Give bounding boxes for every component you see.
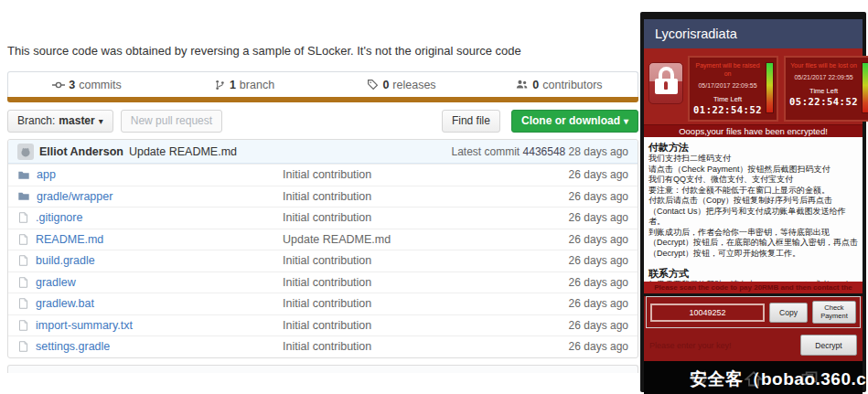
file-link[interactable]: gradlew.bat	[36, 297, 94, 310]
github-repo-page: This source code was obtained by reversi…	[7, 0, 638, 394]
branch-icon	[214, 79, 226, 91]
table-row: build.gradle Initial contribution 26 day…	[8, 250, 638, 272]
payment-deadline: 05/17/2017 22:09:55	[693, 82, 762, 89]
countdown-gauge	[862, 62, 868, 113]
file-commit-message[interactable]: Initial contribution	[283, 319, 528, 332]
file-commit-message[interactable]: Initial contribution	[283, 211, 528, 224]
stat-branches-label: branch	[240, 79, 274, 91]
decrypt-button[interactable]: Decrypt	[800, 335, 857, 356]
readme-section-top	[7, 365, 638, 373]
commit-age: 28 days ago	[569, 145, 628, 158]
serial-panel: Copy Check Payment	[646, 296, 861, 328]
branch-name: master	[59, 114, 94, 127]
file-commit-message[interactable]: Initial contribution	[283, 340, 528, 353]
commit-sha[interactable]: 4436548	[523, 145, 566, 158]
table-row: .gitignore Initial contribution 26 days …	[8, 207, 638, 229]
file-commit-message[interactable]: Initial contribution	[283, 254, 528, 267]
chevron-down-icon	[99, 114, 103, 127]
payment-method-heading: 付款方法	[648, 141, 858, 154]
file-link[interactable]: .gitignore	[36, 211, 82, 224]
file-commit-message[interactable]: Initial contribution	[283, 276, 528, 289]
instruction-line: 我们支持扫二维码支付	[648, 154, 858, 165]
stat-contributors[interactable]: 0 contributors	[480, 79, 638, 91]
loss-countdown: 05:22:54:52	[789, 96, 858, 107]
watermark-text: 安全客（bobao.360.cn）	[690, 367, 868, 391]
stat-releases-count: 0	[382, 79, 389, 91]
countdown-gauge	[766, 62, 774, 113]
file-link[interactable]: gradle/wrapper	[37, 190, 113, 203]
ransom-instructions: 付款方法 我们支持扫二维码支付 请点击（Check Payment）按钮然后截图…	[644, 137, 863, 282]
copy-button[interactable]: Copy	[769, 303, 808, 323]
time-left-label: Time Left	[789, 87, 858, 95]
branch-selector-button[interactable]: Branch: master	[7, 110, 113, 133]
table-row: gradle/wrapper Initial contribution 26 d…	[8, 186, 638, 208]
find-file-button[interactable]: Find file	[442, 110, 500, 133]
instruction-line: 请点击（Check Payment）按钮然后截图扫码支付	[648, 165, 858, 176]
new-pull-request-button[interactable]: New pull request	[121, 110, 222, 133]
stat-branches[interactable]: 1 branch	[166, 79, 323, 91]
file-icon	[17, 233, 29, 246]
stat-releases-label: releases	[392, 79, 435, 91]
file-commit-message[interactable]: Update README.md	[283, 233, 528, 246]
repo-stats-bar: 3 commits 1 branch 0 releases 0 contribu…	[7, 71, 638, 97]
check-payment-button[interactable]: Check Payment	[812, 301, 856, 324]
table-row: import-summary.txt Initial contribution …	[8, 314, 638, 336]
people-icon	[515, 79, 529, 91]
latest-commit-bar: Elliot Anderson Update README.md Latest …	[8, 140, 638, 164]
scan-notice: Please scan the code to pay 20RMB and th…	[644, 282, 863, 293]
file-age: 26 days ago	[528, 190, 638, 203]
file-link[interactable]: gradlew	[36, 276, 76, 289]
avatar[interactable]	[17, 144, 34, 160]
file-commit-message[interactable]: Initial contribution	[283, 168, 528, 181]
file-age: 26 days ago	[528, 254, 638, 267]
android-nav-bar: 安全客（bobao.360.cn）	[644, 361, 863, 394]
file-icon	[17, 319, 29, 332]
file-link[interactable]: settings.gradle	[36, 340, 110, 353]
key-input[interactable]	[649, 341, 800, 350]
payment-timer-heading: Payment will be raised on	[693, 61, 762, 78]
file-icon	[17, 297, 29, 310]
octocat-icon	[19, 145, 32, 158]
ransom-header: Payment will be raised on 05/17/2017 22:…	[644, 48, 863, 137]
table-row: settings.gradle Initial contribution 26 …	[8, 335, 638, 357]
file-age: 26 days ago	[528, 297, 638, 310]
stat-contributors-count: 0	[532, 79, 539, 91]
instruction-line: 到账成功后，作者会给你一串密钥，等待底部出现（Decrypt）按钮后，在底部的输…	[648, 228, 858, 260]
table-row: README.md Update README.md 26 days ago	[8, 229, 638, 250]
commit-author[interactable]: Elliot Anderson	[39, 145, 123, 158]
instruction-line: 我们有QQ支付、微信支付、支付宝支付	[648, 175, 858, 186]
stat-branches-count: 1	[230, 79, 236, 91]
contact-heading: 联系方式	[648, 267, 858, 280]
file-icon	[17, 254, 29, 267]
screenshot-root: This source code was obtained by reversi…	[0, 0, 868, 394]
payment-controls: Copy Check Payment Decrypt	[644, 296, 863, 361]
chevron-down-icon	[624, 114, 628, 127]
toolbar-right-group: Find file Clone or download	[442, 110, 638, 133]
file-link[interactable]: README.md	[36, 233, 103, 246]
file-table: Elliot Anderson Update README.md Latest …	[7, 139, 638, 358]
commit-icon	[52, 79, 65, 91]
file-age: 26 days ago	[528, 340, 638, 353]
stat-commits-label: commits	[79, 79, 122, 91]
stat-commits[interactable]: 3 commits	[8, 79, 166, 91]
file-link[interactable]: import-summary.txt	[36, 319, 133, 332]
serial-number-field	[650, 303, 765, 322]
file-link[interactable]: app	[37, 168, 56, 181]
language-bar[interactable]	[7, 97, 638, 102]
repo-toolbar: Branch: master New pull request Find fil…	[7, 109, 638, 133]
file-link[interactable]: build.gradle	[36, 254, 95, 267]
loss-deadline: 05/21/2017 22:09:55	[789, 74, 858, 80]
table-row: app Initial contribution 26 days ago	[8, 164, 638, 186]
branch-label: Branch:	[17, 114, 55, 127]
clone-label: Clone or download	[521, 114, 620, 127]
phone-screenshot: Lycorisradiata Payment will be raised on…	[640, 12, 866, 392]
commit-message-link[interactable]: Update README.md	[129, 145, 237, 158]
file-icon	[17, 276, 29, 289]
file-commit-message[interactable]: Initial contribution	[283, 190, 528, 203]
stat-releases[interactable]: 0 releases	[323, 79, 480, 91]
clone-or-download-button[interactable]: Clone or download	[511, 110, 638, 133]
file-commit-message[interactable]: Initial contribution	[283, 297, 528, 310]
loss-timer-panel: Your files will be lost on 05/21/2017 22…	[784, 56, 868, 122]
instruction-line: 要注意：付款金额不能低于在窗口上显示的金额。	[648, 186, 858, 197]
loss-timer-heading: Your files will be lost on	[789, 61, 858, 69]
